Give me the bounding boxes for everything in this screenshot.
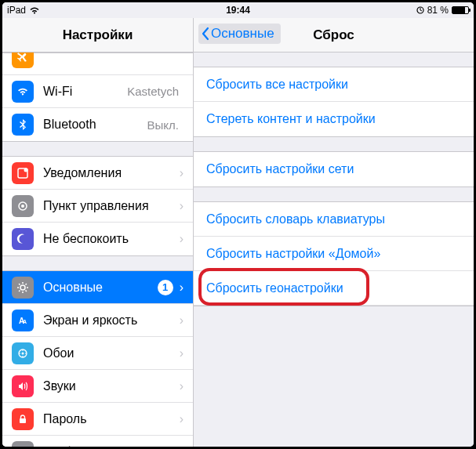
- wall-label: Обои: [43, 346, 180, 360]
- cc-label: Пункт управления: [43, 199, 180, 213]
- bt-label: Bluetooth: [43, 118, 147, 132]
- battery-pct: 81 %: [427, 5, 449, 16]
- sidebar-item-privacy[interactable]: Конфиденциальность ›: [2, 436, 193, 447]
- general-badge: 1: [158, 280, 173, 295]
- notif-label: Уведомления: [43, 166, 180, 180]
- back-label: Основные: [211, 26, 274, 42]
- bluetooth-icon: [12, 114, 34, 136]
- sidebar-item-sounds[interactable]: Звуки ›: [2, 370, 193, 403]
- display-label: Экран и яркость: [43, 313, 180, 328]
- sidebar-item-passcode[interactable]: Пароль ›: [2, 403, 193, 436]
- hand-icon: [12, 441, 34, 447]
- chevron-right-icon: ›: [180, 412, 183, 426]
- device-label: iPad: [7, 5, 26, 16]
- chevron-right-icon: ›: [180, 445, 183, 447]
- chevron-right-icon: ›: [180, 166, 183, 180]
- sounds-label: Звуки: [43, 379, 180, 393]
- sidebar-item-general[interactable]: Основные 1 ›: [2, 271, 193, 304]
- sidebar-item-bluetooth[interactable]: Bluetooth Выкл.: [2, 108, 193, 141]
- svg-point-2: [24, 168, 28, 172]
- reset-home-screen[interactable]: Сбросить настройки «Домой»: [194, 237, 474, 271]
- back-button[interactable]: Основные: [198, 24, 281, 44]
- reset-keyboard-dictionary[interactable]: Сбросить словарь клавиатуры: [194, 202, 474, 237]
- sidebar-item-dnd[interactable]: Не беспокоить ›: [2, 223, 193, 255]
- wifi-value: Kastetych: [127, 85, 179, 98]
- clock: 19:44: [226, 5, 250, 16]
- pass-label: Пароль: [43, 412, 180, 426]
- svg-line-10: [19, 284, 20, 284]
- privacy-label: Конфиденциальность: [43, 445, 180, 447]
- wifi-label: Wi-Fi: [43, 85, 127, 99]
- wifi-icon: [12, 81, 34, 103]
- chevron-left-icon: [200, 27, 211, 41]
- chevron-right-icon: ›: [180, 313, 183, 328]
- svg-line-13: [26, 284, 27, 284]
- sidebar-title: Настройки: [63, 27, 133, 43]
- moon-icon: [12, 228, 34, 250]
- svg-point-5: [20, 285, 25, 290]
- sidebar-item-airplane[interactable]: [2, 53, 193, 75]
- chevron-right-icon: ›: [180, 281, 183, 295]
- lock-icon: [12, 408, 34, 430]
- svg-rect-22: [20, 418, 26, 423]
- wifi-icon: [29, 6, 40, 14]
- svg-line-12: [19, 290, 20, 291]
- general-label: Основные: [43, 281, 158, 295]
- detail-title: Сброс: [313, 27, 354, 43]
- detail-pane: Основные Сброс Сбросить все настройки Ст…: [194, 18, 474, 447]
- battery-icon: [452, 6, 469, 14]
- chevron-right-icon: ›: [180, 379, 183, 393]
- svg-point-17: [22, 352, 24, 354]
- gear-icon: [12, 277, 34, 299]
- svg-line-11: [26, 290, 27, 291]
- reset-network-settings[interactable]: Сбросить настройки сети: [194, 152, 474, 186]
- display-icon: AA: [12, 310, 34, 331]
- svg-point-4: [21, 205, 24, 208]
- control-center-icon: [12, 195, 34, 217]
- chevron-right-icon: ›: [180, 199, 183, 213]
- chevron-right-icon: ›: [180, 346, 183, 360]
- svg-text:A: A: [23, 319, 27, 324]
- erase-all-content[interactable]: Стереть контент и настройки: [194, 102, 474, 136]
- ipad-settings-screen: iPad 19:44 81 % Настройки: [0, 0, 476, 449]
- sidebar-header: Настройки: [2, 18, 193, 53]
- sidebar-item-wifi[interactable]: Wi-Fi Kastetych: [2, 75, 193, 108]
- sidebar-item-notifications[interactable]: Уведомления ›: [2, 157, 193, 190]
- chevron-right-icon: ›: [180, 232, 183, 246]
- rotation-lock-icon: [416, 6, 424, 14]
- reset-location-settings[interactable]: Сбросить геонастройки: [194, 271, 474, 306]
- sidebar-item-controlcenter[interactable]: Пункт управления ›: [2, 190, 193, 223]
- detail-header: Основные Сброс: [194, 18, 474, 53]
- airplane-icon: [12, 53, 34, 68]
- bt-value: Выкл.: [147, 118, 179, 132]
- wallpaper-icon: [12, 342, 34, 364]
- status-bar: iPad 19:44 81 %: [2, 2, 474, 18]
- notifications-icon: [12, 162, 34, 184]
- sidebar-item-wallpaper[interactable]: Обои ›: [2, 337, 193, 370]
- settings-sidebar: Настройки Wi-Fi Kastetych Bluetooth: [2, 18, 194, 447]
- speaker-icon: [12, 375, 34, 397]
- sidebar-item-display[interactable]: AA Экран и яркость ›: [2, 304, 193, 337]
- dnd-label: Не беспокоить: [43, 232, 180, 246]
- reset-all-settings[interactable]: Сбросить все настройки: [194, 67, 474, 102]
